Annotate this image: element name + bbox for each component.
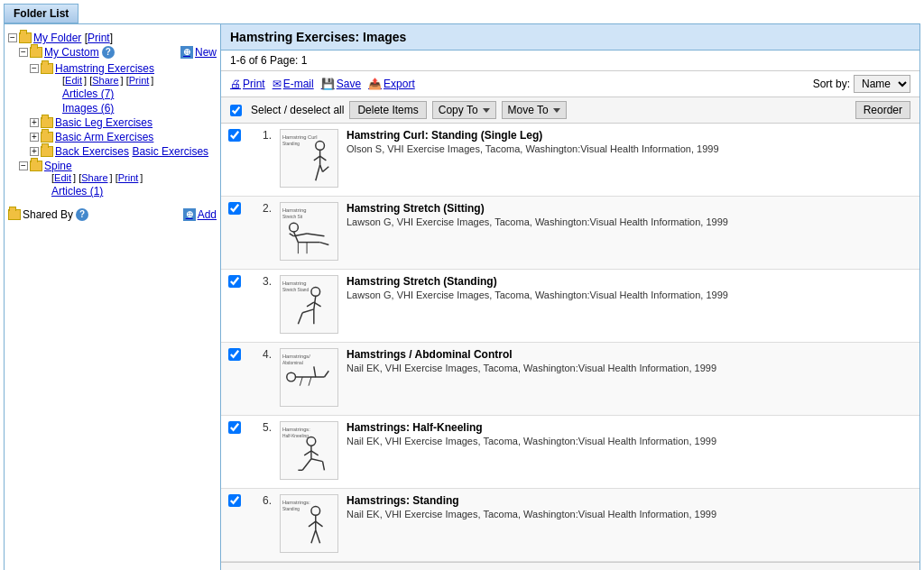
svg-text:Hamstring: Hamstring: [282, 207, 306, 213]
item-checkbox-2[interactable]: [228, 202, 241, 215]
svg-line-7: [314, 156, 320, 161]
minus-icon-mycustom[interactable]: −: [19, 48, 28, 57]
folder-icon-back: [41, 146, 53, 157]
hamstring-articles-link[interactable]: Articles (7): [62, 87, 114, 100]
spine-edit-link[interactable]: Edit: [54, 172, 71, 183]
spine-print-link[interactable]: Print: [118, 172, 139, 183]
svg-line-5: [320, 165, 323, 172]
select-deselect-label: Select / deselect all: [251, 104, 344, 116]
save-link[interactable]: 💾 Save: [321, 78, 361, 90]
item-checkbox-5[interactable]: [228, 421, 241, 434]
table-row: 4. Hamstrings/ Abdominal Hamstrings / Ab…: [221, 343, 919, 416]
svg-text:Stretch Sit: Stretch Sit: [282, 215, 303, 219]
my-custom-link[interactable]: My Custom: [44, 46, 99, 59]
svg-line-54: [316, 521, 323, 527]
item-checkbox-3[interactable]: [228, 275, 241, 288]
svg-text:Hamstring: Hamstring: [282, 280, 306, 286]
item-checkbox-1[interactable]: [228, 129, 241, 142]
export-icon: 📤: [368, 78, 382, 90]
email-link[interactable]: ✉ E-mail: [273, 78, 314, 90]
item-number-3: 3.: [263, 275, 272, 288]
item-number-5: 5.: [263, 421, 272, 434]
copy-to-chevron: [483, 108, 490, 113]
content-header: Hamstring Exercises: Images: [221, 24, 919, 51]
new-link[interactable]: ⊕ New: [180, 46, 217, 59]
sort-select[interactable]: Name Date: [854, 75, 910, 93]
item-number-6: 6.: [263, 494, 272, 507]
shared-by-label: Shared By: [23, 208, 73, 221]
item-checkbox-6[interactable]: [228, 494, 241, 507]
basic-arm-link[interactable]: Basic Arm Exercises: [55, 131, 153, 143]
item-checkbox-4[interactable]: [228, 348, 241, 361]
svg-line-36: [309, 377, 311, 386]
move-to-chevron: [553, 108, 560, 113]
svg-text:Abdominal: Abdominal: [282, 361, 303, 365]
hamstring-share-link[interactable]: Share: [92, 75, 118, 86]
copy-to-button[interactable]: Copy To: [432, 101, 496, 119]
svg-line-53: [309, 521, 316, 527]
minus-icon-myfolder[interactable]: −: [8, 33, 17, 42]
print-icon: 🖨: [230, 78, 241, 90]
svg-line-27: [307, 302, 314, 307]
help-icon-mycustom[interactable]: ?: [102, 46, 115, 59]
svg-text:Hamstrings/: Hamstrings/: [282, 354, 310, 359]
hamstring-print-link[interactable]: Print: [129, 75, 150, 86]
plus-icon-back[interactable]: +: [30, 147, 39, 156]
svg-point-11: [290, 223, 299, 232]
item-image-3: Hamstring Stretch Stand: [279, 275, 339, 336]
folder-icon-basicleg: [41, 117, 53, 128]
back-exercises-link[interactable]: Back Exercises: [55, 145, 129, 158]
plus-icon-basicarm[interactable]: +: [30, 133, 39, 142]
hamstring-edit-link[interactable]: Edit: [65, 75, 82, 86]
help-icon-sharedby[interactable]: ?: [76, 208, 88, 221]
item-citation-5: Nail EK, VHI Exercise Images, Tacoma, Wa…: [346, 436, 916, 446]
svg-point-2: [316, 142, 325, 151]
svg-line-51: [311, 530, 316, 544]
svg-line-52: [316, 530, 320, 544]
item-image-6: Hamstrings: Standing: [279, 494, 339, 556]
svg-text:Stretch Stand: Stretch Stand: [282, 288, 310, 292]
export-link[interactable]: 📤 Export: [368, 78, 415, 90]
item-citation-2: Lawson G, VHI Exercise Images, Tacoma, W…: [346, 216, 916, 227]
page-info-top: 1-6 of 6 Page: 1: [221, 51, 919, 71]
plus-icon-basicleg[interactable]: +: [30, 118, 39, 127]
delete-items-button[interactable]: Delete Items: [349, 101, 426, 119]
item-title-3: Hamstring Stretch (Standing): [346, 275, 916, 288]
svg-line-4: [316, 165, 320, 180]
sort-by-label: Sort by:: [813, 78, 850, 90]
svg-text:Hamstrings:: Hamstrings:: [282, 427, 310, 432]
basic-exercises-link[interactable]: Basic Exercises: [132, 145, 208, 158]
add-link[interactable]: ⊕ Add: [183, 208, 217, 221]
item-title-5: Hamstrings: Half-Kneeling: [346, 421, 916, 434]
select-all-checkbox[interactable]: [230, 105, 242, 116]
item-image-2: Hamstring Stretch Sit: [279, 202, 339, 263]
svg-line-15: [290, 234, 294, 236]
hamstring-images-link[interactable]: Images (6): [62, 102, 114, 115]
folder-list-tab[interactable]: Folder List: [4, 4, 79, 23]
svg-text:Hamstring Curl: Hamstring Curl: [282, 134, 318, 140]
svg-point-22: [311, 288, 320, 297]
move-to-button[interactable]: Move To: [502, 101, 567, 119]
items-table: 1. Hamstring Curl Standing Hamstring Cur…: [221, 124, 919, 562]
item-title-4: Hamstrings / Abdominal Control: [346, 348, 916, 361]
svg-line-45: [304, 451, 311, 455]
minus-icon-spine[interactable]: −: [19, 161, 28, 170]
svg-point-31: [287, 372, 296, 382]
folder-icon-hamstring: [41, 63, 53, 74]
basic-leg-link[interactable]: Basic Leg Exercises: [55, 116, 152, 129]
minus-icon-hamstring[interactable]: −: [30, 64, 39, 73]
my-folder-link[interactable]: My Folder: [33, 32, 81, 44]
reorder-button[interactable]: Reorder: [855, 101, 910, 119]
my-folder-print[interactable]: Print: [88, 32, 110, 44]
item-image-1: Hamstring Curl Standing: [279, 129, 339, 190]
spine-share-link[interactable]: Share: [81, 172, 107, 183]
email-icon: ✉: [273, 78, 282, 90]
hamstring-exercises-link[interactable]: Hamstring Exercises: [55, 62, 154, 75]
content-area: Hamstring Exercises: Images 1-6 of 6 Pag…: [221, 24, 919, 570]
item-citation-3: Lawson G, VHI Exercise Images, Tacoma, W…: [346, 290, 916, 300]
spine-articles-link[interactable]: Articles (1): [51, 185, 103, 198]
spine-link[interactable]: Spine: [44, 160, 72, 172]
item-citation-6: Nail EK, VHI Exercise Images, Tacoma, Wa…: [346, 509, 916, 519]
svg-line-33: [314, 366, 316, 377]
print-link[interactable]: 🖨 Print: [230, 78, 265, 90]
